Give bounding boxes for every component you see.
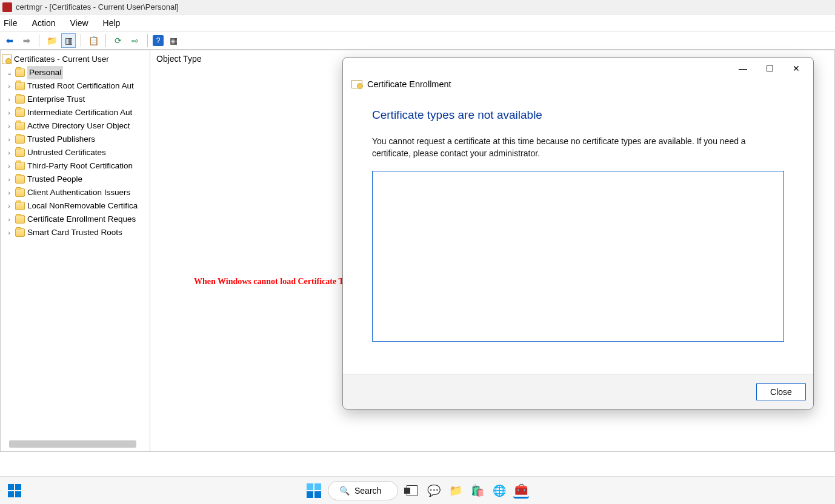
certificates-root-icon	[2, 55, 12, 64]
horizontal-scrollbar[interactable]	[9, 440, 136, 448]
properties-button[interactable]: ▦	[166, 33, 181, 48]
menu-file[interactable]: File	[4, 18, 18, 28]
tree-item-personal[interactable]: ⌄ Personal	[1, 66, 150, 79]
tree-item-third-party-root[interactable]: › Third-Party Root Certification	[1, 159, 150, 173]
folder-icon	[15, 162, 25, 170]
certificate-enrollment-dialog: — ☐ ✕ Certificate Enrollment Certificate…	[342, 57, 814, 409]
expander-icon[interactable]: ›	[5, 226, 13, 239]
widgets-button[interactable]	[2, 479, 27, 503]
window-title: certmgr - [Certificates - Current User\P…	[16, 2, 179, 12]
expander-icon[interactable]: ›	[5, 106, 13, 119]
expander-icon[interactable]: ›	[5, 133, 13, 146]
folder-icon	[15, 95, 25, 104]
close-window-button[interactable]: ✕	[783, 60, 810, 77]
refresh-button[interactable]: ⟳	[111, 33, 125, 48]
expander-icon[interactable]: ›	[5, 173, 13, 186]
toolbar-separator	[147, 34, 148, 47]
forward-button: ➡	[19, 33, 34, 48]
tree-item-label: Enterprise Trust	[27, 93, 85, 106]
microsoft-store-button[interactable]: 🛍️	[470, 483, 485, 499]
tree-root-list: Certificates - Current User ⌄ Personal ›…	[1, 50, 150, 242]
copy-button[interactable]: 📋	[86, 33, 101, 48]
tree-item-trusted-root[interactable]: › Trusted Root Certification Aut	[1, 79, 150, 93]
minimize-button[interactable]: —	[730, 60, 756, 77]
certmgr-taskbar-button[interactable]: 🧰	[513, 483, 529, 499]
tree-item-label: Certificate Enrollment Reques	[27, 213, 136, 226]
tree-root-certificates[interactable]: Certificates - Current User	[1, 53, 150, 66]
chat-button[interactable]: 💬	[426, 483, 442, 499]
taskbar: 🔍 Search 💬 📁 🛍️ 🌐 🧰	[0, 476, 835, 504]
back-button[interactable]: ⬅	[2, 33, 17, 48]
menu-view[interactable]: View	[70, 18, 88, 28]
close-button[interactable]: Close	[756, 383, 806, 400]
export-list-button[interactable]: ⇨	[128, 33, 142, 48]
tree-item-label: Trusted Publishers	[27, 133, 95, 146]
folder-icon	[15, 215, 25, 224]
tree-root-label: Certificates - Current User	[14, 53, 109, 66]
expander-icon[interactable]: ›	[5, 79, 13, 93]
start-button[interactable]	[306, 483, 322, 499]
tree-item-label: Personal	[27, 66, 63, 79]
dialog-title: Certificate types are not available	[372, 108, 784, 122]
tree-item-label: Smart Card Trusted Roots	[27, 226, 122, 239]
tree-item-intermediate[interactable]: › Intermediate Certification Aut	[1, 106, 150, 119]
expander-icon[interactable]: ›	[5, 213, 13, 226]
file-explorer-button[interactable]: 📁	[448, 483, 464, 499]
dialog-titlebar: — ☐ ✕	[343, 58, 813, 79]
tree-item-label: Trusted Root Certification Aut	[27, 79, 134, 93]
folder-icon	[15, 148, 25, 157]
task-view-icon	[407, 485, 418, 496]
expander-icon[interactable]: ›	[5, 159, 13, 173]
expander-icon[interactable]: ›	[5, 119, 13, 133]
expander-icon[interactable]: ›	[5, 199, 13, 213]
expander-icon[interactable]: ›	[5, 146, 13, 159]
task-view-button[interactable]	[404, 483, 420, 499]
expander-icon[interactable]: ⌄	[5, 66, 13, 79]
tree-item-enterprise-trust[interactable]: › Enterprise Trust	[1, 93, 150, 106]
window-titlebar: certmgr - [Certificates - Current User\P…	[0, 0, 835, 15]
tree-item-label: Local NonRemovable Certifica	[27, 199, 138, 213]
folder-icon	[15, 82, 25, 90]
dialog-header: Certificate Enrollment	[343, 79, 813, 91]
toolbar-separator	[105, 34, 106, 47]
tree-item-label: Trusted People	[27, 173, 82, 186]
show-hide-tree-button[interactable]: ▥	[61, 33, 76, 48]
toolbar: ⬅ ➡ 📁 ▥ 📋 ⟳ ⇨ ? ▦	[0, 31, 835, 50]
folder-icon	[15, 68, 25, 77]
toolbar-separator	[39, 34, 39, 47]
tree-item-ad-user-object[interactable]: › Active Directory User Object	[1, 119, 150, 133]
folder-icon	[15, 108, 25, 117]
edge-button[interactable]: 🌐	[491, 483, 507, 499]
taskbar-center: 🔍 Search 💬 📁 🛍️ 🌐 🧰	[306, 481, 529, 500]
tree-item-local-nonremovable[interactable]: › Local NonRemovable Certifica	[1, 199, 150, 213]
tree-item-enrollment-requests[interactable]: › Certificate Enrollment Reques	[1, 213, 150, 226]
folder-icon	[15, 122, 25, 130]
folder-icon	[15, 175, 25, 184]
folder-icon	[15, 135, 25, 144]
up-one-level-button[interactable]: 📁	[44, 33, 59, 48]
certificate-enrollment-icon	[351, 80, 362, 88]
tree-item-trusted-people[interactable]: › Trusted People	[1, 173, 150, 186]
help-button[interactable]: ?	[153, 35, 164, 46]
tree-item-smart-card-roots[interactable]: › Smart Card Trusted Roots	[1, 226, 150, 239]
widgets-icon	[8, 484, 21, 497]
expander-icon[interactable]: ›	[5, 186, 13, 199]
menu-action[interactable]: Action	[32, 18, 56, 28]
dialog-header-text: Certificate Enrollment	[367, 79, 451, 89]
maximize-button[interactable]: ☐	[756, 60, 783, 77]
search-icon: 🔍	[339, 486, 350, 496]
tree-item-trusted-publishers[interactable]: › Trusted Publishers	[1, 133, 150, 146]
tree-item-label: Client Authentication Issuers	[27, 186, 130, 199]
menu-help[interactable]: Help	[103, 18, 121, 28]
tree-item-label: Third-Party Root Certification	[27, 159, 133, 173]
folder-icon	[15, 188, 25, 197]
menubar: File Action View Help	[0, 15, 835, 31]
certmgr-app-icon	[2, 2, 12, 12]
folder-icon	[15, 228, 25, 237]
tree-item-client-auth-issuers[interactable]: › Client Authentication Issuers	[1, 186, 150, 199]
tree-item-untrusted[interactable]: › Untrusted Certificates	[1, 146, 150, 159]
taskbar-search[interactable]: 🔍 Search	[328, 481, 398, 500]
toolbar-separator	[81, 34, 81, 47]
expander-icon[interactable]: ›	[5, 93, 13, 106]
certificate-types-listbox[interactable]	[372, 171, 784, 342]
